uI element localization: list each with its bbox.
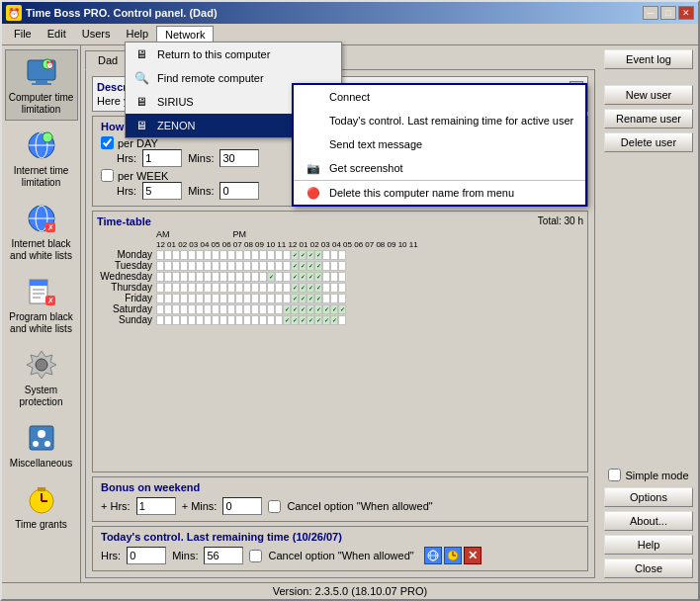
time-cell[interactable] <box>180 294 188 303</box>
time-cell[interactable] <box>180 261 188 271</box>
time-cell[interactable] <box>156 315 164 325</box>
time-cell[interactable] <box>251 294 259 303</box>
time-cell[interactable] <box>338 315 346 325</box>
per-week-checkbox[interactable] <box>101 169 114 182</box>
per-week-hrs-input[interactable] <box>142 182 182 200</box>
time-cell[interactable]: ✓ <box>306 250 314 260</box>
close-btn[interactable]: ✕ <box>464 547 481 564</box>
time-cell[interactable]: ✓ <box>267 272 275 282</box>
about-button[interactable]: About... <box>604 511 693 531</box>
time-cell[interactable] <box>243 294 251 303</box>
time-cell[interactable] <box>188 283 196 293</box>
time-cell[interactable] <box>212 250 219 260</box>
time-cell[interactable] <box>227 294 235 303</box>
time-cell[interactable] <box>219 261 227 271</box>
simple-mode-checkbox[interactable] <box>608 469 621 481</box>
time-cell[interactable]: ✓ <box>330 304 338 314</box>
time-cell[interactable] <box>330 283 338 293</box>
todays-hrs-input[interactable] <box>127 547 166 564</box>
per-day-hrs-input[interactable]: 1 <box>142 149 182 167</box>
time-cell[interactable] <box>180 315 188 325</box>
time-cell[interactable] <box>196 304 204 314</box>
time-cell[interactable] <box>188 294 196 303</box>
time-cell[interactable] <box>338 283 346 293</box>
time-cell[interactable] <box>172 283 180 293</box>
todays-control-item[interactable]: Today's control. Last remaining time for… <box>294 109 585 132</box>
time-cell[interactable] <box>156 272 164 282</box>
time-cell[interactable] <box>164 294 172 303</box>
time-cell[interactable] <box>338 272 346 282</box>
time-cell[interactable] <box>196 294 204 303</box>
time-cell[interactable]: ✓ <box>314 272 322 282</box>
time-cell[interactable] <box>172 272 180 282</box>
menu-file[interactable]: File <box>6 26 40 43</box>
time-cell[interactable]: ✓ <box>314 315 322 325</box>
time-cell[interactable] <box>251 261 259 271</box>
time-cell[interactable] <box>188 261 196 271</box>
time-cell[interactable] <box>267 283 275 293</box>
time-cell[interactable] <box>267 304 275 314</box>
time-cell[interactable] <box>227 304 235 314</box>
minimize-button[interactable]: ─ <box>643 6 658 20</box>
options-button[interactable]: Options <box>604 487 693 507</box>
time-cell[interactable]: ✓ <box>306 272 314 282</box>
sidebar-item-misc[interactable]: Miscellaneous <box>5 415 78 474</box>
time-cell[interactable] <box>156 261 164 271</box>
time-cell[interactable] <box>283 294 291 303</box>
time-cell[interactable]: ✓ <box>291 315 299 325</box>
todays-mins-input[interactable] <box>204 547 243 564</box>
time-cell[interactable]: ✓ <box>291 272 299 282</box>
time-cell[interactable]: ✓ <box>299 272 306 282</box>
time-cell[interactable] <box>227 261 235 271</box>
sidebar-item-system[interactable]: System protection <box>5 342 78 413</box>
maximize-button[interactable]: □ <box>660 6 676 20</box>
time-cell[interactable]: ✓ <box>330 315 338 325</box>
time-cell[interactable] <box>259 283 267 293</box>
time-cell[interactable] <box>243 304 251 314</box>
time-cell[interactable] <box>164 304 172 314</box>
time-cell[interactable] <box>338 261 346 271</box>
close-window-button[interactable]: ✕ <box>678 6 694 20</box>
time-cell[interactable] <box>330 250 338 260</box>
time-cell[interactable] <box>227 283 235 293</box>
time-cell[interactable] <box>338 250 346 260</box>
time-cell[interactable] <box>156 250 164 260</box>
send-text-item[interactable]: Send text message <box>294 132 585 156</box>
time-cell[interactable] <box>243 272 251 282</box>
time-cell[interactable] <box>259 250 267 260</box>
time-cell[interactable] <box>322 272 330 282</box>
time-cell[interactable] <box>196 250 204 260</box>
time-cell[interactable] <box>204 261 212 271</box>
time-cell[interactable]: ✓ <box>291 283 299 293</box>
time-cell[interactable] <box>204 315 212 325</box>
help-button[interactable]: Help <box>604 535 693 555</box>
time-cell[interactable] <box>251 315 259 325</box>
time-cell[interactable] <box>235 272 243 282</box>
time-cell[interactable] <box>338 294 346 303</box>
time-cell[interactable] <box>322 250 330 260</box>
delete-user-button[interactable]: Delete user <box>604 132 693 152</box>
time-cell[interactable] <box>259 294 267 303</box>
time-cell[interactable] <box>235 283 243 293</box>
sidebar-item-computer-time[interactable]: ⏰ Computer time limitation <box>5 49 78 121</box>
time-cell[interactable] <box>212 304 219 314</box>
menu-edit[interactable]: Edit <box>40 26 74 43</box>
time-cell[interactable] <box>251 283 259 293</box>
time-cell[interactable]: ✓ <box>299 315 306 325</box>
menu-users[interactable]: Users <box>74 26 119 43</box>
time-cell[interactable] <box>283 261 291 271</box>
time-cell[interactable] <box>283 283 291 293</box>
time-cell[interactable] <box>204 283 212 293</box>
time-cell[interactable] <box>283 250 291 260</box>
time-cell[interactable]: ✓ <box>306 283 314 293</box>
time-cell[interactable] <box>330 294 338 303</box>
time-cell[interactable] <box>251 250 259 260</box>
time-cell[interactable] <box>267 294 275 303</box>
time-cell[interactable] <box>196 272 204 282</box>
time-cell[interactable]: ✓ <box>299 304 306 314</box>
time-cell[interactable] <box>322 294 330 303</box>
time-cell[interactable]: ✓ <box>338 304 346 314</box>
time-cell[interactable] <box>283 272 291 282</box>
time-cell[interactable] <box>219 294 227 303</box>
time-cell[interactable] <box>212 261 219 271</box>
